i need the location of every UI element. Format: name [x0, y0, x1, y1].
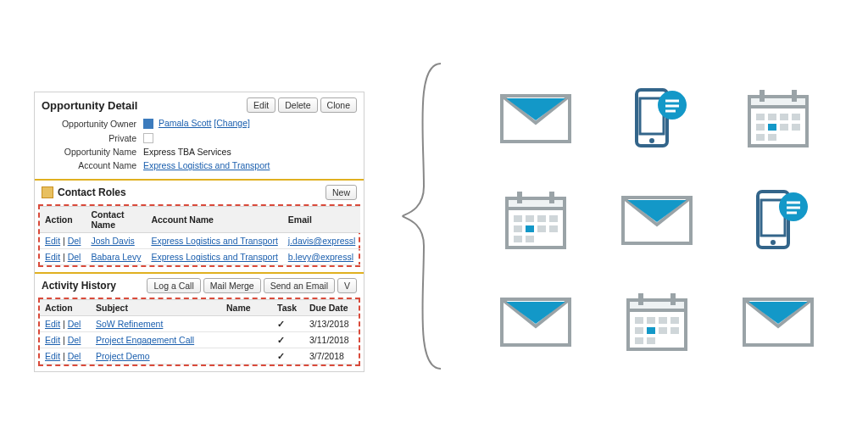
- svg-rect-22: [768, 134, 776, 141]
- task-check: ✓: [272, 348, 304, 364]
- mail-icon: [498, 85, 574, 153]
- svg-rect-57: [670, 317, 679, 324]
- table-row: Edit | Del Project Engagement Call ✓ 3/1…: [40, 332, 359, 348]
- contact-roles-title: Contact Roles: [58, 186, 126, 198]
- col-due: Due Date: [304, 300, 359, 316]
- svg-rect-34: [549, 225, 558, 232]
- svg-rect-19: [780, 124, 788, 131]
- svg-marker-65: [748, 302, 808, 324]
- svg-rect-37: [526, 225, 534, 232]
- del-link[interactable]: Del: [68, 252, 81, 262]
- name-cell: [221, 348, 272, 364]
- del-link[interactable]: Del: [68, 335, 81, 345]
- brace-icon: [398, 59, 458, 373]
- svg-marker-49: [506, 302, 565, 324]
- edit-link[interactable]: Edit: [45, 319, 60, 329]
- svg-rect-52: [638, 293, 643, 305]
- col-action: Action: [40, 300, 91, 316]
- more-button[interactable]: V: [337, 278, 357, 293]
- email-link[interactable]: b.levy@expressl: [288, 252, 353, 262]
- account-cell-link[interactable]: Express Logistics and Transport: [151, 252, 277, 262]
- private-checkbox[interactable]: [143, 133, 153, 143]
- subject-link[interactable]: Project Demo: [96, 351, 150, 361]
- svg-rect-23: [768, 124, 776, 131]
- change-owner-link[interactable]: [Change]: [214, 118, 250, 128]
- owner-link[interactable]: Pamala Scott: [159, 118, 211, 128]
- table-row: Edit | Del SoW Refinement ✓ 3/13/2018: [40, 316, 359, 332]
- svg-rect-25: [507, 198, 565, 209]
- svg-point-4: [649, 138, 654, 143]
- svg-rect-12: [760, 90, 765, 102]
- svg-rect-21: [756, 134, 765, 141]
- col-contact-name: Contact Name: [86, 207, 146, 233]
- contact-roles-icon: [42, 186, 53, 198]
- activity-history-title: Activity History: [42, 280, 116, 292]
- edit-link[interactable]: Edit: [45, 252, 60, 262]
- svg-rect-59: [659, 327, 667, 334]
- col-email: Email: [283, 207, 361, 233]
- phone-chat-icon: [740, 186, 816, 254]
- account-cell-link[interactable]: Express Logistics and Transport: [151, 236, 277, 246]
- svg-rect-58: [635, 327, 643, 334]
- opportunity-detail-buttons: Edit Delete Clone: [244, 97, 357, 113]
- due-date: 3/13/2018: [304, 316, 359, 332]
- delete-button[interactable]: Delete: [278, 97, 317, 113]
- svg-marker-1: [506, 98, 565, 120]
- name-cell: [221, 316, 272, 332]
- svg-rect-54: [635, 317, 643, 324]
- task-check: ✓: [272, 316, 304, 332]
- table-row: Edit | Del Project Demo ✓ 3/7/2018: [40, 348, 359, 364]
- account-link[interactable]: Express Logistics and Transport: [143, 160, 270, 170]
- send-email-button[interactable]: Send an Email: [264, 278, 335, 293]
- contact-roles-highlight: Action Contact Name Account Name Email E…: [38, 204, 360, 267]
- contact-link[interactable]: Josh Davis: [91, 236, 134, 246]
- svg-rect-63: [647, 327, 655, 334]
- table-row: Edit | Del Josh Davis Express Logistics …: [40, 233, 360, 249]
- col-action: Action: [40, 207, 86, 233]
- new-contact-role-button[interactable]: New: [326, 185, 357, 200]
- del-link[interactable]: Del: [68, 319, 81, 329]
- mail-icon: [619, 186, 695, 254]
- account-label: Account Name: [42, 160, 143, 170]
- edit-link[interactable]: Edit: [45, 236, 60, 246]
- col-subject: Subject: [91, 300, 221, 316]
- svg-rect-20: [792, 124, 800, 131]
- oppname-label: Opportunity Name: [42, 147, 143, 157]
- edit-link[interactable]: Edit: [45, 351, 60, 361]
- mail-merge-button[interactable]: Mail Merge: [203, 278, 261, 293]
- svg-rect-14: [756, 114, 765, 120]
- subject-link[interactable]: Project Engagement Call: [96, 335, 194, 345]
- phone-chat-icon: [619, 85, 695, 153]
- calendar-icon: [619, 288, 695, 356]
- calendar-icon: [498, 186, 574, 254]
- subject-link[interactable]: SoW Refinement: [96, 319, 163, 329]
- table-row: Edit | Del Babara Levy Express Logistics…: [40, 249, 360, 265]
- clone-button[interactable]: Clone: [320, 97, 357, 113]
- svg-rect-30: [537, 215, 546, 222]
- svg-rect-13: [792, 90, 797, 102]
- svg-rect-26: [517, 192, 522, 203]
- svg-rect-55: [647, 317, 655, 324]
- col-name: Name: [221, 300, 272, 316]
- edit-link[interactable]: Edit: [45, 335, 60, 345]
- svg-rect-31: [549, 215, 558, 222]
- col-task: Task: [272, 300, 304, 316]
- svg-rect-27: [549, 192, 554, 203]
- svg-rect-11: [749, 97, 807, 107]
- svg-rect-18: [756, 124, 765, 131]
- opportunity-detail-panel: Opportunity Detail Edit Delete Clone Opp…: [34, 92, 364, 372]
- edit-button[interactable]: Edit: [247, 97, 275, 113]
- private-label: Private: [42, 133, 143, 143]
- del-link[interactable]: Del: [68, 351, 81, 361]
- log-call-button[interactable]: Log a Call: [147, 278, 200, 293]
- svg-rect-15: [768, 114, 776, 120]
- contact-link[interactable]: Babara Levy: [91, 252, 141, 262]
- svg-rect-29: [526, 215, 534, 222]
- svg-rect-36: [526, 236, 534, 242]
- svg-marker-39: [627, 200, 687, 222]
- due-date: 3/7/2018: [304, 348, 359, 364]
- del-link[interactable]: Del: [68, 236, 81, 246]
- svg-rect-56: [659, 317, 667, 324]
- email-link[interactable]: j.davis@expressl: [288, 236, 356, 246]
- svg-rect-32: [514, 225, 522, 232]
